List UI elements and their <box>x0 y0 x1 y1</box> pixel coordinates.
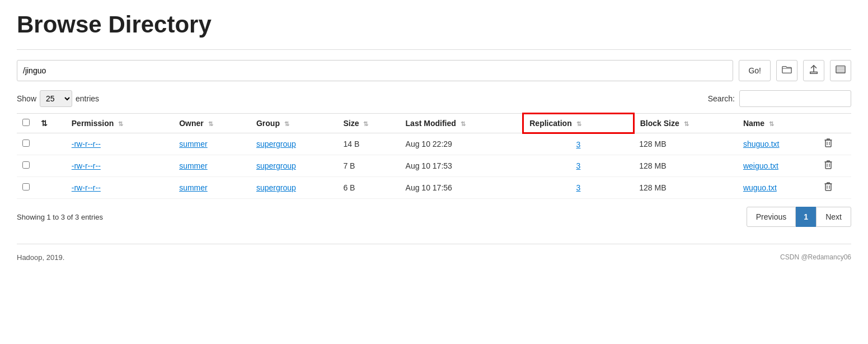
footer-left: Hadoop, 2019. <box>17 253 64 262</box>
folder-icon <box>782 65 792 76</box>
owner-link-0[interactable]: summer <box>179 140 208 148</box>
delete-icon-0[interactable] <box>824 138 832 150</box>
row-checkbox-1[interactable] <box>22 161 30 169</box>
delete-icon-1[interactable] <box>824 160 832 172</box>
row-last-modified-0: Aug 10 22:29 <box>400 133 523 155</box>
table-controls: Show 10 25 50 100 entries Search: <box>17 90 851 107</box>
entries-select[interactable]: 10 25 50 100 <box>40 90 72 107</box>
group-link-2[interactable]: supergroup <box>256 183 296 192</box>
owner-label: Owner <box>179 119 204 128</box>
pagination-info: Showing 1 to 3 of 3 entries <box>17 213 103 221</box>
group-label: Group <box>256 119 280 128</box>
row-delete-cell-0 <box>819 133 851 155</box>
row-sort-cell-2 <box>35 177 66 199</box>
owner-link-1[interactable]: summer <box>179 161 208 170</box>
col-header-block-size[interactable]: Block Size ⇅ <box>634 114 738 133</box>
row-checkbox-cell <box>17 155 35 177</box>
col-header-replication[interactable]: Replication ⇅ <box>523 114 634 133</box>
pagination-row: Showing 1 to 3 of 3 entries Previous 1 N… <box>17 207 851 227</box>
group-link-1[interactable]: supergroup <box>256 161 296 170</box>
row-owner-2: summer <box>173 177 251 199</box>
table-row: -rw-r--r-- summer supergroup 7 B Aug 10 … <box>17 155 851 177</box>
col-header-name[interactable]: Name ⇅ <box>738 114 819 133</box>
page-title: Browse Directory <box>17 11 851 38</box>
row-name-2: wuguo.txt <box>738 177 819 199</box>
row-replication-1: 3 <box>523 155 634 177</box>
row-sort-cell-0 <box>35 133 66 155</box>
row-permission-2: -rw-r--r-- <box>66 177 173 199</box>
search-area: Search: <box>708 90 851 107</box>
name-link-1[interactable]: weiguo.txt <box>743 161 778 170</box>
table-row: -rw-r--r-- summer supergroup 6 B Aug 10 … <box>17 177 851 199</box>
replication-sort-icon: ⇅ <box>576 120 581 128</box>
files-table: ⇅ Permission ⇅ Owner ⇅ Group ⇅ Size ⇅ La… <box>17 113 851 199</box>
replication-label: Replication <box>529 119 571 128</box>
row-group-0: supergroup <box>251 133 338 155</box>
row-size-1: 7 B <box>337 155 400 177</box>
select-all-checkbox[interactable] <box>22 119 30 126</box>
owner-link-2[interactable]: summer <box>179 183 208 192</box>
path-input[interactable] <box>17 60 733 81</box>
list-button[interactable] <box>830 60 851 81</box>
col-header-actions <box>819 114 851 133</box>
permission-link-0[interactable]: -rw-r--r-- <box>72 140 101 148</box>
row-checkbox-cell <box>17 177 35 199</box>
svg-rect-4 <box>825 140 831 147</box>
search-input[interactable] <box>739 90 851 107</box>
row-last-modified-1: Aug 10 17:53 <box>400 155 523 177</box>
table-row: -rw-r--r-- summer supergroup 14 B Aug 10… <box>17 133 851 155</box>
pagination-buttons: Previous 1 Next <box>747 207 851 227</box>
row-name-1: weiguo.txt <box>738 155 819 177</box>
row-size-2: 6 B <box>337 177 400 199</box>
list-icon <box>836 65 846 76</box>
svg-rect-10 <box>825 184 831 190</box>
permission-sort-icon: ⇅ <box>118 120 123 128</box>
delete-icon-2[interactable] <box>824 182 832 194</box>
name-link-2[interactable]: wuguo.txt <box>743 183 777 192</box>
row-block-size-1: 128 MB <box>634 155 738 177</box>
row-name-0: shuguo.txt <box>738 133 819 155</box>
replication-link-2[interactable]: 3 <box>576 183 581 192</box>
next-button[interactable]: Next <box>816 207 851 227</box>
name-link-0[interactable]: shuguo.txt <box>743 140 780 148</box>
permission-link-1[interactable]: -rw-r--r-- <box>72 161 101 170</box>
col-header-last-modified[interactable]: Last Modified ⇅ <box>400 114 523 133</box>
col-header-owner[interactable]: Owner ⇅ <box>173 114 251 133</box>
current-page: 1 <box>796 207 816 227</box>
upload-button[interactable] <box>803 60 824 81</box>
folder-button[interactable] <box>776 60 797 81</box>
sort-icon: ⇅ <box>41 119 48 128</box>
row-sort-cell-1 <box>35 155 66 177</box>
row-block-size-2: 128 MB <box>634 177 738 199</box>
row-checkbox-2[interactable] <box>22 183 30 190</box>
block-size-sort-icon: ⇅ <box>684 120 689 128</box>
show-entries-area: Show 10 25 50 100 entries <box>17 90 99 107</box>
group-sort-icon: ⇅ <box>284 120 289 128</box>
block-size-label: Block Size <box>640 119 679 128</box>
row-block-size-0: 128 MB <box>634 133 738 155</box>
permission-link-2[interactable]: -rw-r--r-- <box>72 183 101 192</box>
group-link-0[interactable]: supergroup <box>256 140 296 148</box>
col-header-size[interactable]: Size ⇅ <box>337 114 400 133</box>
go-button[interactable]: Go! <box>739 60 771 81</box>
col-header-group[interactable]: Group ⇅ <box>251 114 338 133</box>
name-sort-icon: ⇅ <box>769 120 774 128</box>
size-sort-icon: ⇅ <box>363 120 368 128</box>
permission-label: Permission <box>72 119 114 128</box>
row-checkbox-0[interactable] <box>22 140 30 147</box>
row-group-1: supergroup <box>251 155 338 177</box>
row-size-0: 14 B <box>337 133 400 155</box>
footer: Hadoop, 2019. CSDN @Redamancy06 <box>17 244 851 262</box>
row-replication-2: 3 <box>523 177 634 199</box>
previous-button[interactable]: Previous <box>747 207 796 227</box>
col-header-permission[interactable]: Permission ⇅ <box>66 114 173 133</box>
last-modified-sort-icon: ⇅ <box>461 120 466 128</box>
col-header-sort[interactable]: ⇅ <box>35 114 66 133</box>
owner-sort-icon: ⇅ <box>208 120 213 128</box>
entries-label: entries <box>76 94 99 103</box>
last-modified-label: Last Modified <box>406 119 456 128</box>
select-all-header <box>17 114 35 133</box>
size-label: Size <box>343 119 359 128</box>
replication-link-1[interactable]: 3 <box>576 161 581 170</box>
replication-link-0[interactable]: 3 <box>576 140 581 149</box>
